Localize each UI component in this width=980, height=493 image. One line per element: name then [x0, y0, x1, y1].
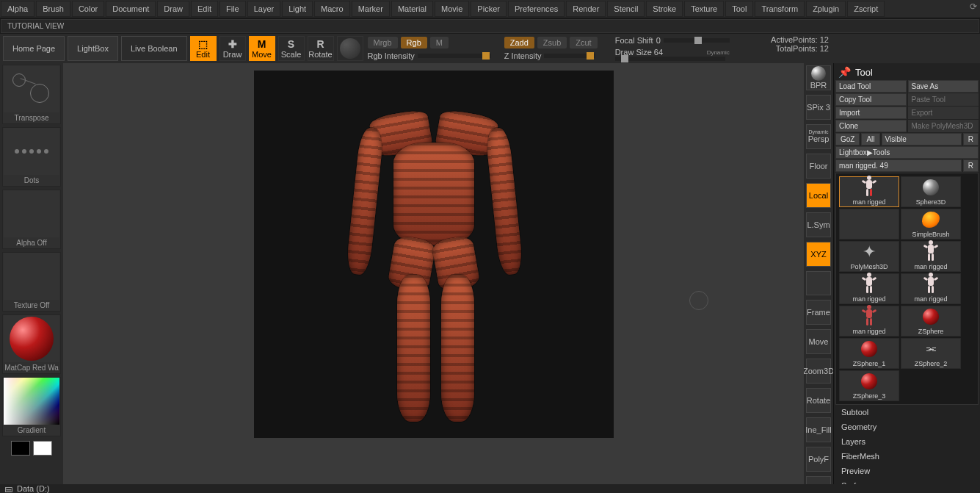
menu-tool[interactable]: Tool: [725, 1, 753, 17]
zadd-button[interactable]: Zadd: [504, 37, 534, 48]
rgb-intensity-slider[interactable]: [418, 54, 491, 58]
menu-stencil[interactable]: Stencil: [607, 1, 645, 17]
toolbtn-import[interactable]: Import: [835, 107, 907, 119]
menu-color[interactable]: Color: [72, 1, 104, 17]
section-layers[interactable]: Layers: [835, 434, 979, 449]
menu-light[interactable]: Light: [282, 1, 313, 17]
tool-item-zsphere[interactable]: ZSphere: [901, 306, 961, 337]
viewbtn-bpr[interactable]: BPR: [806, 65, 831, 90]
tool-item-man-rigged[interactable]: man rigged: [901, 273, 961, 304]
menu-layer[interactable]: Layer: [247, 1, 281, 17]
toolbtn-goz[interactable]: GoZ: [835, 133, 860, 145]
menu-picker[interactable]: Picker: [471, 1, 507, 17]
section-fibermesh[interactable]: FiberMesh: [835, 449, 979, 464]
tray-material[interactable]: MatCap Red Wa: [2, 314, 61, 374]
viewbtn-polyf[interactable]: PolyF: [806, 447, 831, 472]
viewbtn-lsym[interactable]: L.Sym: [806, 212, 831, 237]
viewport[interactable]: [254, 71, 614, 438]
tray-gradient[interactable]: Gradient: [2, 377, 61, 436]
tray-texture-off[interactable]: Texture Off: [2, 252, 61, 312]
mode-draw-button[interactable]: ✚Draw: [219, 36, 246, 61]
z-intensity-slider[interactable]: [544, 54, 595, 58]
toolbtn-r[interactable]: R: [963, 159, 979, 172]
mode-edit-button[interactable]: ⬚Edit: [190, 36, 217, 61]
viewbtn-fill[interactable]: Ine_Fill: [806, 417, 831, 442]
viewbtn-rrotate[interactable]: Rotate: [806, 388, 831, 413]
tray-alpha-off[interactable]: Alpha Off: [2, 190, 61, 249]
menu-file[interactable]: File: [219, 1, 246, 17]
mrgb-button[interactable]: Mrgb: [368, 37, 398, 48]
toolbtn-man-rigged-49[interactable]: man rigged. 49: [835, 159, 962, 172]
menu-texture[interactable]: Texture: [684, 1, 724, 17]
menu-stroke[interactable]: Stroke: [646, 1, 683, 17]
tool-item-man-rigged[interactable]: man rigged: [839, 176, 899, 207]
mode-scale-button[interactable]: SScale: [278, 36, 305, 61]
toolbtn-lightbox-tools[interactable]: Lightbox▶Tools: [835, 146, 979, 159]
tool-item-sphere3d[interactable]: Sphere3D: [901, 176, 961, 207]
viewbtn-spix[interactable]: SPix 3: [806, 95, 831, 120]
section-preview[interactable]: Preview: [835, 464, 979, 478]
menu-alpha[interactable]: Alpha: [1, 1, 35, 17]
home-page-button[interactable]: Home Page: [3, 36, 65, 61]
tool-item-man-rigged[interactable]: man rigged: [839, 273, 899, 304]
menu-edit[interactable]: Edit: [191, 1, 218, 17]
tool-item-zsphere-1[interactable]: ZSphere_1: [839, 338, 899, 369]
viewbtn-persp[interactable]: DynamicPersp: [806, 124, 831, 149]
mode-rotate-button[interactable]: RRotate: [308, 36, 334, 61]
tool-item-label: SimpleBrush: [911, 230, 950, 239]
toolbtn-clone[interactable]: Clone: [835, 120, 907, 132]
focal-shift-slider[interactable]: [664, 38, 730, 43]
tool-item-zsphere-3[interactable]: ZSphere_3: [839, 370, 899, 401]
tool-item-man-rigged[interactable]: man rigged: [901, 241, 961, 272]
tool-item-simplebrush[interactable]: SimpleBrush: [901, 209, 961, 240]
toolbtn-load-tool[interactable]: Load Tool: [835, 80, 907, 93]
m-button[interactable]: M: [430, 37, 449, 48]
section-geometry[interactable]: Geometry: [835, 420, 979, 434]
z-group: Zadd Zsub Zcut Z Intensity: [504, 37, 598, 60]
tray-transpose[interactable]: Transpose: [2, 65, 61, 124]
tool-item-zsphere-2[interactable]: ⫘ZSphere_2: [901, 338, 961, 369]
section-subtool[interactable]: Subtool: [835, 405, 979, 420]
alpha-off-label: Alpha Off: [15, 237, 48, 248]
tool-item-polymesh3d[interactable]: ✦PolyMesh3D: [839, 241, 899, 272]
viewbtn-xyz[interactable]: XYZ: [806, 242, 831, 267]
toolbtn-visible[interactable]: Visible: [882, 133, 962, 145]
menu-render[interactable]: Render: [566, 1, 606, 17]
toolbtn-save-as[interactable]: Save As: [908, 80, 979, 93]
mode-move-button[interactable]: MMove: [249, 36, 275, 61]
menu-zscript[interactable]: Zscript: [847, 1, 885, 17]
menu-macro[interactable]: Macro: [314, 1, 350, 17]
menu-document[interactable]: Document: [106, 1, 156, 17]
viewbtn-rot1[interactable]: [806, 271, 831, 296]
sphere-preview-icon[interactable]: [337, 36, 363, 61]
menu-preferences[interactable]: Preferences: [508, 1, 565, 17]
menu-marker[interactable]: Marker: [352, 1, 390, 17]
zcut-button[interactable]: Zcut: [570, 37, 597, 48]
toolbtn-all[interactable]: All: [861, 133, 879, 145]
viewbtn-floor[interactable]: Floor: [806, 154, 831, 179]
menu-movie[interactable]: Movie: [435, 1, 469, 17]
tray-dots[interactable]: Dots: [2, 127, 61, 187]
menu-zplugin[interactable]: Zplugin: [806, 1, 846, 17]
rgb-button[interactable]: Rgb: [401, 37, 427, 48]
tool-item-blank[interactable]: [839, 209, 899, 240]
rotate-icon: R: [316, 39, 324, 49]
toolbtn-copy-tool[interactable]: Copy Tool: [835, 93, 907, 106]
swatch-black[interactable]: [11, 441, 30, 456]
menu-transform[interactable]: Transform: [755, 1, 805, 17]
viewbtn-frame[interactable]: Frame: [806, 300, 831, 325]
toolbtn-r[interactable]: R: [963, 133, 979, 145]
swatch-white[interactable]: [33, 441, 52, 456]
zsub-button[interactable]: Zsub: [537, 37, 567, 48]
menu-material[interactable]: Material: [391, 1, 433, 17]
menu-brush[interactable]: Brush: [36, 1, 70, 17]
live-boolean-button[interactable]: Live Boolean: [121, 36, 187, 61]
viewbtn-rmove[interactable]: Move: [806, 329, 831, 354]
viewbtn-local[interactable]: Local: [806, 183, 831, 208]
menu-draw[interactable]: Draw: [157, 1, 189, 17]
tool-item-man-rigged[interactable]: man rigged: [839, 306, 899, 337]
tool-pin-icon[interactable]: 📌: [838, 66, 851, 78]
draw-size-slider[interactable]: [615, 57, 725, 61]
viewbtn-zoom3d[interactable]: Zoom3D: [806, 359, 831, 384]
lightbox-button[interactable]: LightBox: [68, 36, 118, 61]
